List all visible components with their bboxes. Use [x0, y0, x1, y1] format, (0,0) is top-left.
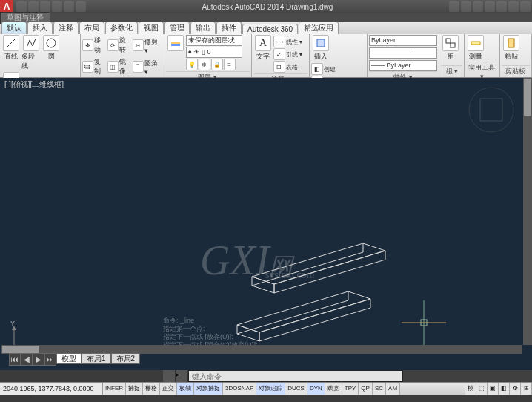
tab-layout[interactable]: 布局: [79, 22, 104, 34]
lineweight-dropdown[interactable]: —————— ByLayer: [369, 47, 437, 59]
panel-clipboard-label[interactable]: 剪贴板: [502, 65, 530, 76]
qat-print-icon[interactable]: [76, 1, 86, 12]
status-ortho[interactable]: 正交: [160, 383, 177, 395]
status-dyn[interactable]: DYN: [307, 383, 325, 395]
panel-group-label[interactable]: 组 ▾: [441, 65, 462, 76]
status-right: 模 ⬚ ▣ ◧ ⚙ ⊞: [465, 383, 532, 395]
mirror-icon[interactable]: ◫: [107, 61, 119, 73]
insert-label: 插入: [314, 52, 327, 62]
layer-match-icon[interactable]: ≡: [224, 59, 236, 70]
fillet-icon[interactable]: ⌒: [133, 61, 144, 73]
tab-view[interactable]: 视图: [139, 22, 164, 34]
leader-label: 引线 ▾: [286, 50, 302, 59]
copy-icon[interactable]: ⿻: [82, 61, 93, 73]
minimize-icon[interactable]: [496, 1, 507, 12]
status-osnap[interactable]: 对象捕捉: [194, 383, 223, 395]
line-button[interactable]: 直线: [1, 35, 21, 62]
qat-open-icon[interactable]: [28, 1, 39, 12]
layout-first-icon[interactable]: ⏮: [9, 353, 21, 366]
linear-dim-icon[interactable]: ⟷: [273, 36, 285, 47]
help-icon[interactable]: [485, 1, 495, 12]
rotate-label: 旋转: [119, 36, 132, 55]
vertical-scrollbar[interactable]: [523, 78, 532, 345]
exchange-icon[interactable]: [473, 1, 483, 12]
qat-new-icon[interactable]: [16, 1, 27, 12]
leader-icon[interactable]: ↙: [273, 48, 285, 60]
status-sc[interactable]: SC: [373, 383, 386, 395]
layout-prev-icon[interactable]: ◀: [21, 353, 33, 366]
layer-properties-button[interactable]: [166, 35, 185, 51]
status-grid[interactable]: 栅格: [143, 383, 160, 395]
tab-featured[interactable]: 精选应用: [299, 22, 339, 34]
tab-insert[interactable]: 插入: [27, 22, 53, 34]
command-line: ▸: [163, 370, 532, 382]
status-r1-icon[interactable]: ⬚: [476, 383, 488, 395]
tab-plugins[interactable]: 插件: [216, 22, 242, 34]
coordinates-display[interactable]: 2040.1965, 1377.7843, 0.0000: [0, 383, 103, 395]
drawing-area[interactable]: [-][俯视][二维线框] GXI网 system.com: [0, 78, 532, 370]
tab-model[interactable]: 模型: [56, 353, 82, 364]
tab-layout2[interactable]: 布局2: [111, 353, 141, 364]
trim-icon[interactable]: ✂: [133, 39, 144, 51]
command-toggle-icon[interactable]: [163, 370, 176, 382]
qat-redo-icon[interactable]: [64, 1, 74, 12]
status-r2-icon[interactable]: ▣: [488, 383, 499, 395]
circle-button[interactable]: 圆: [41, 35, 61, 62]
status-r4-icon[interactable]: ⚙: [510, 383, 521, 395]
insert-block-button[interactable]: 插入: [311, 35, 330, 62]
tab-a360[interactable]: Autodesk 360: [242, 24, 298, 34]
layout-next-icon[interactable]: ▶: [33, 353, 44, 366]
paste-label: 粘贴: [505, 52, 518, 62]
panel-modify: ✥移动 ⟳旋转 ✂修剪 ▾ ⿻复制 ◫镜像 ⌒圆角 ▾ ⤢拉伸 ⤡缩放 ⊞阵列 …: [81, 34, 164, 77]
qat-undo-icon[interactable]: [52, 1, 62, 12]
maximize-icon[interactable]: [508, 1, 519, 12]
status-model[interactable]: 模: [465, 383, 476, 395]
tab-default[interactable]: 默认: [1, 22, 27, 34]
status-am[interactable]: AM: [386, 383, 400, 395]
color-dropdown[interactable]: ByLayer: [369, 35, 437, 46]
status-snap[interactable]: 捕捉: [126, 383, 143, 395]
status-tpy[interactable]: TPY: [342, 383, 359, 395]
polyline-button[interactable]: 多段线: [21, 35, 41, 71]
measure-button[interactable]: 测量: [466, 35, 485, 62]
layer-freeze-icon[interactable]: ❄: [199, 59, 210, 70]
layer-lock-icon[interactable]: 🔒: [211, 59, 223, 70]
layer-dropdown[interactable]: ● ☀ ▯ 0: [186, 47, 242, 58]
paste-button[interactable]: 粘贴: [502, 35, 521, 62]
status-otrack[interactable]: 对象追踪: [256, 383, 285, 395]
tab-parametric[interactable]: 参数化: [105, 22, 138, 34]
signin-icon[interactable]: [461, 1, 471, 12]
status-qp[interactable]: QP: [359, 383, 373, 395]
panel-annotation: A文字 ⟷线性 ▾ ↙引线 ▾ ⊞表格 注释 ▾: [252, 34, 310, 77]
tab-annotate[interactable]: 注释: [53, 22, 79, 34]
layer-state-dropdown[interactable]: 未保存的图层状态: [186, 35, 242, 46]
layer-off-icon[interactable]: 💡: [186, 59, 198, 70]
command-prompt-icon[interactable]: ▸: [176, 370, 188, 382]
group-button[interactable]: 组: [441, 35, 460, 62]
status-3dosnap[interactable]: 3DOSNAP: [223, 383, 256, 395]
tab-output[interactable]: 输出: [190, 22, 216, 34]
close-icon[interactable]: [520, 1, 531, 12]
command-input[interactable]: [188, 370, 403, 382]
status-ducs[interactable]: DUCS: [285, 383, 307, 395]
status-r3-icon[interactable]: ◧: [499, 383, 510, 395]
status-r5-icon[interactable]: ⊞: [521, 383, 532, 395]
move-icon[interactable]: ✥: [82, 39, 93, 51]
create-label: 创建: [324, 65, 336, 73]
layout-last-icon[interactable]: ⏭: [44, 353, 56, 366]
text-button[interactable]: A文字: [253, 35, 273, 62]
status-infer[interactable]: INFER: [103, 383, 126, 395]
status-polar[interactable]: 极轴: [177, 383, 194, 395]
table-icon[interactable]: ⊞: [273, 61, 285, 73]
status-toggles: INFER 捕捉 栅格 正交 极轴 对象捕捉 3DOSNAP 对象追踪 DUCS…: [103, 383, 400, 395]
qat-save-icon[interactable]: [40, 1, 50, 12]
linetype-dropdown[interactable]: —— ByLayer: [369, 60, 437, 71]
svg-rect-6: [450, 43, 455, 47]
status-bar: 2040.1965, 1377.7843, 0.0000 INFER 捕捉 栅格…: [0, 382, 532, 395]
search-icon[interactable]: [449, 1, 459, 12]
create-block-icon[interactable]: ◧: [311, 63, 323, 75]
tab-manage[interactable]: 管理: [164, 22, 190, 34]
status-lwt[interactable]: 线宽: [325, 383, 342, 395]
rotate-icon[interactable]: ⟳: [107, 39, 119, 51]
tab-layout1[interactable]: 布局1: [82, 353, 111, 364]
